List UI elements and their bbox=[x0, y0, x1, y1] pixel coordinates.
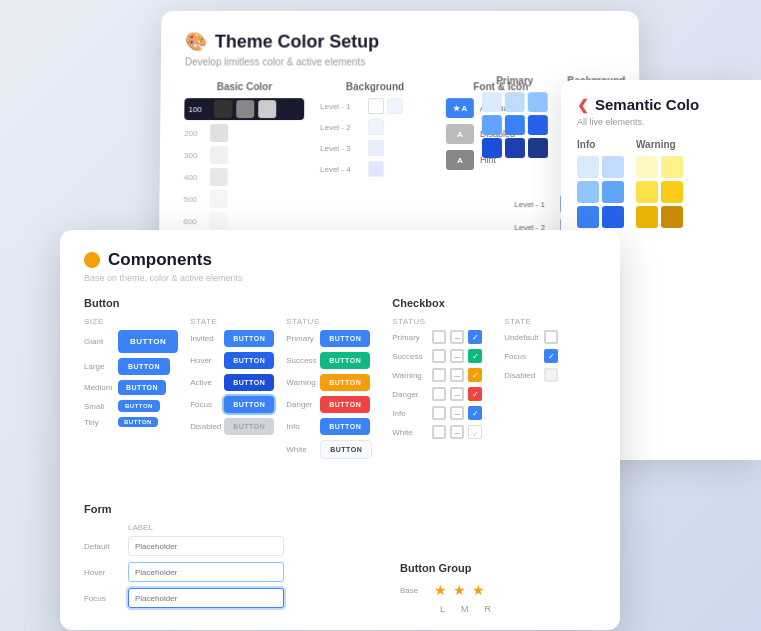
btn-primary-status[interactable]: BUTTON bbox=[320, 330, 370, 347]
chk-warning-checked[interactable] bbox=[468, 368, 482, 382]
chk-info-checked[interactable] bbox=[468, 406, 482, 420]
swatch-mid bbox=[236, 100, 254, 118]
si-5 bbox=[577, 206, 599, 228]
button-group-section: Button Group Base ★ ★ ★ L M R bbox=[400, 562, 600, 614]
pb-cell-7 bbox=[482, 138, 502, 158]
chk-state-col: STATE Undefault Focus Disabled bbox=[504, 317, 596, 444]
btn-disabled-label: Disabled bbox=[190, 422, 218, 431]
chk-warning-unchecked[interactable] bbox=[432, 368, 446, 382]
btn-warning[interactable]: BUTTON bbox=[320, 374, 370, 391]
swatch-300 bbox=[210, 146, 228, 164]
chk-warning-partial[interactable] bbox=[450, 368, 464, 382]
chk-white-checked[interactable] bbox=[468, 425, 482, 439]
btn-giant-row: Giant BUTTON bbox=[84, 330, 178, 353]
chk-success-unchecked[interactable] bbox=[432, 349, 446, 363]
btn-size-col: SIZE Giant BUTTON Large BUTTON Medium BU… bbox=[84, 317, 178, 464]
btn-tiny[interactable]: BUTTON bbox=[118, 417, 158, 427]
btn-giant[interactable]: BUTTON bbox=[118, 330, 178, 353]
btn-medium[interactable]: BUTTON bbox=[118, 380, 166, 395]
btn-tiny-row: Tiny BUTTON bbox=[84, 417, 178, 427]
form-focus-label: Focus bbox=[84, 594, 120, 603]
checkbox-section-title: Checkbox bbox=[392, 297, 596, 309]
chk-danger-checked[interactable] bbox=[468, 387, 482, 401]
sw-6 bbox=[661, 206, 683, 228]
chk-warning-row: Warning bbox=[392, 368, 484, 382]
bg-level-4-row: Level - 4 bbox=[320, 161, 430, 177]
semantic-title: ❮ Semantic Colo bbox=[577, 96, 745, 113]
basic-row-600: 600 bbox=[183, 212, 303, 230]
swatch-dark bbox=[214, 100, 232, 118]
btn-hover[interactable]: BUTTON bbox=[224, 352, 274, 369]
chk-primary-checked[interactable] bbox=[468, 330, 482, 344]
components-subtitle: Base on theme, color & active elements bbox=[84, 273, 596, 283]
components-card: Components Base on theme, color & active… bbox=[60, 230, 620, 630]
btn-state-col: STATE Invited BUTTON Hover BUTTON Active… bbox=[190, 317, 274, 464]
chk-success-partial[interactable] bbox=[450, 349, 464, 363]
form-focus-input[interactable] bbox=[128, 588, 284, 608]
chk-success-checked[interactable] bbox=[468, 349, 482, 363]
chk-danger-partial[interactable] bbox=[450, 387, 464, 401]
components-title: Components bbox=[84, 250, 596, 270]
btn-info[interactable]: BUTTON bbox=[320, 418, 370, 435]
bg-level-1-label: Level - 1 bbox=[320, 102, 362, 111]
chk-disabled-state-row: Disabled bbox=[504, 368, 596, 382]
chk-status-col: STATUS Primary Success Warning bbox=[392, 317, 484, 444]
basic-row-300: 300 bbox=[184, 146, 304, 164]
chk-primary-row: Primary bbox=[392, 330, 484, 344]
btn-success[interactable]: BUTTON bbox=[320, 352, 370, 369]
chk-info-row: Info bbox=[392, 406, 484, 420]
btn-focus[interactable]: BUTTON bbox=[224, 396, 274, 413]
chk-info-partial[interactable] bbox=[450, 406, 464, 420]
chk-primary-partial[interactable] bbox=[450, 330, 464, 344]
form-default-input[interactable] bbox=[128, 536, 284, 556]
form-hover-input[interactable] bbox=[128, 562, 284, 582]
btn-warning-row: Warning BUTTON bbox=[286, 374, 372, 391]
btn-active-label: Active bbox=[190, 378, 218, 387]
btn-status-label: STATUS bbox=[286, 317, 372, 326]
basic-row-500: 500 bbox=[183, 190, 303, 208]
chk-info-unchecked[interactable] bbox=[432, 406, 446, 420]
form-default-row: Default bbox=[84, 536, 284, 556]
size-r-label: R bbox=[485, 604, 492, 614]
btn-invited[interactable]: BUTTON bbox=[224, 330, 274, 347]
bg-swatch-2a bbox=[368, 119, 384, 135]
chk-white-unchecked[interactable] bbox=[432, 425, 446, 439]
btn-disabled[interactable]: BUTTON bbox=[224, 418, 274, 435]
chk-white-partial[interactable] bbox=[450, 425, 464, 439]
btn-info-row: Info BUTTON bbox=[286, 418, 372, 435]
checkbox-cols: STATUS Primary Success Warning bbox=[392, 317, 596, 444]
btn-active[interactable]: BUTTON bbox=[224, 374, 274, 391]
swatch-400 bbox=[210, 168, 228, 186]
row-num-100: 100 bbox=[188, 105, 210, 114]
btn-focus-row: Focus BUTTON bbox=[190, 396, 274, 413]
chk-danger-row: Danger bbox=[392, 387, 484, 401]
btn-focus-label: Focus bbox=[190, 400, 218, 409]
chk-success-row: Success bbox=[392, 349, 484, 363]
btn-large[interactable]: BUTTON bbox=[118, 358, 170, 375]
bg-level-3-row: Level - 3 bbox=[320, 140, 430, 156]
btn-danger[interactable]: BUTTON bbox=[320, 396, 370, 413]
form-hover-label: Hover bbox=[84, 568, 120, 577]
basic-row-100: 100 bbox=[184, 98, 304, 120]
chk-disabled-state-label: Disabled bbox=[504, 371, 540, 380]
btn-tiny-label: Tiny bbox=[84, 418, 112, 427]
bg-level-2-row: Level - 2 bbox=[320, 119, 430, 135]
btn-white[interactable]: BUTTON bbox=[320, 440, 372, 459]
chk-primary-unchecked[interactable] bbox=[432, 330, 446, 344]
sem-info-grid bbox=[577, 156, 624, 228]
chk-undefault-box[interactable] bbox=[544, 330, 558, 344]
chk-disabled-state-box[interactable] bbox=[544, 368, 558, 382]
bg-level-1-swatches bbox=[368, 98, 403, 114]
chk-focus-state-box[interactable] bbox=[544, 349, 558, 363]
basic-color-col: Basic Color 100 200 300 400 500 bbox=[183, 81, 304, 234]
chk-danger-unchecked[interactable] bbox=[432, 387, 446, 401]
btn-invited-label: Invited bbox=[190, 334, 218, 343]
theme-card-header: 🎨 Theme Color Setup bbox=[185, 31, 615, 53]
chk-primary-label: Primary bbox=[392, 333, 428, 342]
star-icon-1: ★ bbox=[434, 582, 447, 598]
btn-disabled-row: Disabled BUTTON bbox=[190, 418, 274, 435]
btn-small[interactable]: BUTTON bbox=[118, 400, 160, 412]
theme-title-icon: 🎨 bbox=[185, 31, 207, 53]
row-num-200: 200 bbox=[184, 129, 206, 138]
sw-1 bbox=[636, 156, 658, 178]
